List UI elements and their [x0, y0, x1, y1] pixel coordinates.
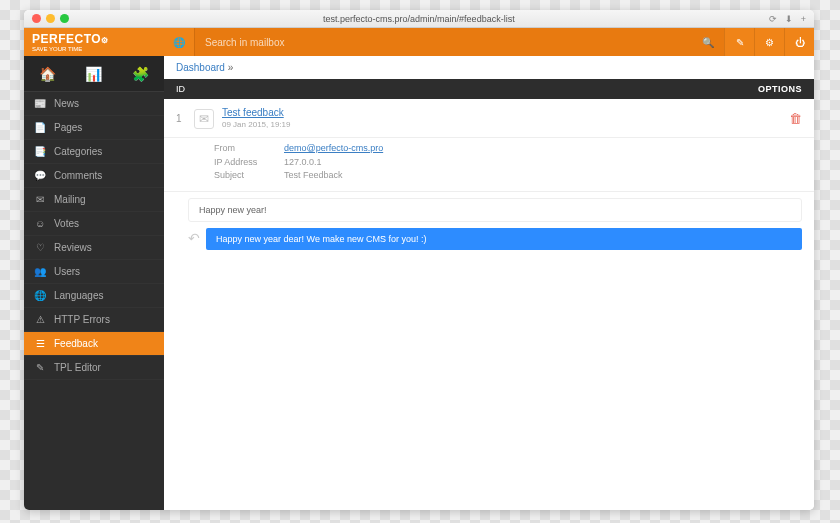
- reply-bubble: Happy new year dear! We make new CMS for…: [206, 228, 802, 250]
- sidebar-item-feedback[interactable]: ☰Feedback: [24, 332, 164, 356]
- sidebar-item-votes[interactable]: ☺Votes: [24, 212, 164, 236]
- from-email-link[interactable]: demo@perfecto-cms.pro: [284, 142, 383, 156]
- maximize-window-button[interactable]: [60, 14, 69, 23]
- minimize-window-button[interactable]: [46, 14, 55, 23]
- nav-label: Comments: [54, 170, 102, 181]
- sidebar-item-users[interactable]: 👥Users: [24, 260, 164, 284]
- nav-icon: 📑: [34, 146, 46, 157]
- nav-label: Users: [54, 266, 80, 277]
- breadcrumb-dashboard-link[interactable]: Dashboard: [176, 62, 225, 73]
- nav-icon: ☺: [34, 218, 46, 229]
- subject: Test Feedback: [284, 169, 343, 183]
- power-icon[interactable]: ⏻: [784, 28, 814, 56]
- sidebar-item-news[interactable]: 📰News: [24, 92, 164, 116]
- ip-address: 127.0.0.1: [284, 156, 322, 170]
- envelope-icon: ✉: [194, 109, 214, 129]
- nav-label: HTTP Errors: [54, 314, 110, 325]
- feedback-details: Fromdemo@perfecto-cms.pro IP Address127.…: [164, 138, 814, 192]
- nav-label: Languages: [54, 290, 104, 301]
- logo[interactable]: PERFECTO⚙ SAVE YOUR TIME: [24, 32, 164, 52]
- browser-titlebar: test.perfecto-cms.pro/admin/main/#feedba…: [24, 10, 814, 28]
- nav-icon: 🌐: [34, 290, 46, 301]
- reply-arrow-icon: ↶: [188, 230, 200, 246]
- top-bar: PERFECTO⚙ SAVE YOUR TIME 🌐 🔍 ✎ ⚙ ⏻: [24, 28, 814, 56]
- nav-label: Categories: [54, 146, 102, 157]
- reply-row: ↶ Happy new year dear! We make new CMS f…: [188, 228, 802, 250]
- stats-icon[interactable]: 📊: [85, 66, 102, 82]
- nav-label: Votes: [54, 218, 79, 229]
- row-number: 1: [176, 107, 186, 124]
- plugins-icon[interactable]: 🧩: [132, 66, 149, 82]
- nav-label: News: [54, 98, 79, 109]
- nav-label: Pages: [54, 122, 82, 133]
- home-icon[interactable]: 🏠: [39, 66, 56, 82]
- sidebar-item-languages[interactable]: 🌐Languages: [24, 284, 164, 308]
- sidebar-item-http-errors[interactable]: ⚠HTTP Errors: [24, 308, 164, 332]
- sidebar-item-mailing[interactable]: ✉Mailing: [24, 188, 164, 212]
- close-window-button[interactable]: [32, 14, 41, 23]
- nav-label: Mailing: [54, 194, 86, 205]
- sidebar-item-categories[interactable]: 📑Categories: [24, 140, 164, 164]
- feedback-date: 09 Jan 2015, 19:19: [222, 120, 291, 129]
- sidebar-item-reviews[interactable]: ♡Reviews: [24, 236, 164, 260]
- settings-icon[interactable]: ⚙: [754, 28, 784, 56]
- nav-icon: ⚠: [34, 314, 46, 325]
- main-content: Dashboard » ID OPTIONS 1 ✉ Test feedback…: [164, 56, 814, 510]
- nav-label: Feedback: [54, 338, 98, 349]
- refresh-icon[interactable]: ⟳: [769, 14, 777, 24]
- column-id: ID: [176, 84, 185, 94]
- add-tab-icon[interactable]: +: [801, 14, 806, 24]
- language-icon[interactable]: 🌐: [164, 37, 194, 48]
- search-box[interactable]: 🔍: [194, 28, 724, 56]
- nav-label: TPL Editor: [54, 362, 101, 373]
- column-options: OPTIONS: [758, 84, 802, 94]
- nav-icon: ☰: [34, 338, 46, 349]
- nav-icon: 👥: [34, 266, 46, 277]
- nav-icon: ✎: [34, 362, 46, 373]
- nav-icon: 📰: [34, 98, 46, 109]
- nav-icon: ✉: [34, 194, 46, 205]
- feedback-title-link[interactable]: Test feedback: [222, 107, 284, 118]
- nav-label: Reviews: [54, 242, 92, 253]
- nav-icon: 💬: [34, 170, 46, 181]
- download-icon[interactable]: ⬇: [785, 14, 793, 24]
- search-icon[interactable]: 🔍: [702, 37, 714, 48]
- delete-icon[interactable]: 🗑: [789, 107, 802, 126]
- url-bar[interactable]: test.perfecto-cms.pro/admin/main/#feedba…: [74, 14, 764, 24]
- message-panel: Happy new year!: [188, 198, 802, 222]
- sidebar-item-pages[interactable]: 📄Pages: [24, 116, 164, 140]
- sidebar-item-tpl-editor[interactable]: ✎TPL Editor: [24, 356, 164, 380]
- breadcrumb: Dashboard »: [164, 56, 814, 79]
- edit-icon[interactable]: ✎: [724, 28, 754, 56]
- table-header: ID OPTIONS: [164, 79, 814, 99]
- search-input[interactable]: [205, 37, 714, 48]
- sidebar-item-comments[interactable]: 💬Comments: [24, 164, 164, 188]
- nav-icon: ♡: [34, 242, 46, 253]
- nav-icon: 📄: [34, 122, 46, 133]
- table-row[interactable]: 1 ✉ Test feedback 09 Jan 2015, 19:19 🗑: [164, 99, 814, 138]
- sidebar: 🏠 📊 🧩 📰News📄Pages📑Categories💬Comments✉Ma…: [24, 56, 164, 510]
